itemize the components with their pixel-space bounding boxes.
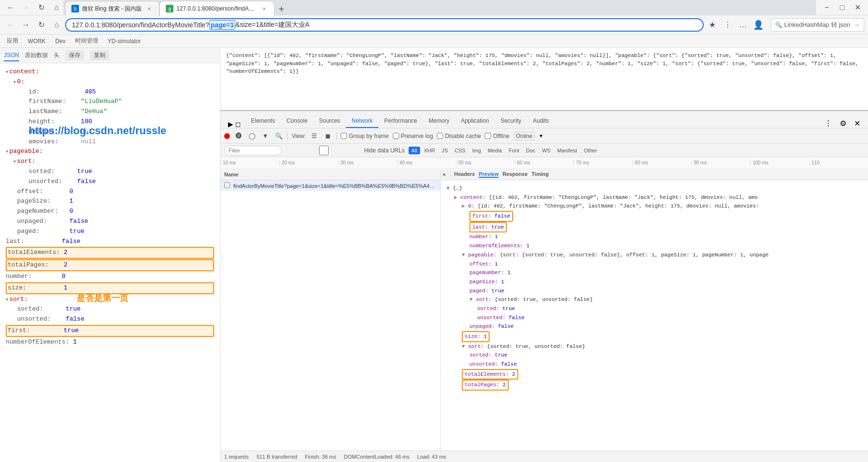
devtools-tab-application[interactable]: Application [455, 115, 495, 128]
bookmark-apps[interactable]: 应用 [4, 36, 21, 46]
nav-home-button[interactable]: ⌂ [50, 18, 63, 32]
devtools-tab-sources[interactable]: Sources [313, 115, 346, 128]
bookmark-dev[interactable]: Dev [52, 37, 68, 46]
json-size: 1 [64, 283, 68, 293]
group-by-frame-checkbox[interactable]: Group by frame [341, 133, 388, 139]
json-copy-btn[interactable]: 复制 [90, 50, 109, 60]
preview-content[interactable]: ▼ {…} ▶ content: [{id: 402, firstName: "… [441, 180, 868, 450]
tab-localhost[interactable]: g 127.0.0.1:8080/person/findAct... × [160, 1, 274, 16]
disable-cache-input[interactable] [437, 133, 443, 139]
detail-tab-preview[interactable]: Preview [479, 171, 499, 178]
json-expand-content[interactable] [6, 69, 8, 76]
filter-doc[interactable]: Doc [523, 147, 538, 154]
network-filter-input[interactable] [224, 146, 282, 155]
devtools-more-icon[interactable]: ⋮ [821, 119, 836, 128]
nav-forward-button[interactable]: → [19, 18, 33, 32]
json-paged: true [69, 227, 84, 237]
address-bar[interactable]: 127.0.0.1:8080/person/findActorByMovieTi… [65, 18, 704, 32]
bookmark-yd[interactable]: YD-simulator [105, 37, 144, 46]
bookmark-button[interactable]: ★ [706, 18, 719, 32]
window-controls: ← → ↻ ⌂ [4, 1, 63, 14]
user-button[interactable]: 👤 [752, 18, 765, 32]
devtools-device-icon[interactable]: ◻ [235, 120, 241, 128]
view-large-icon[interactable]: ◼ [323, 131, 332, 141]
detail-tab-headers[interactable]: Headers [454, 171, 475, 178]
request-checkbox[interactable] [224, 182, 230, 188]
request-name[interactable]: findActorByMovieTitle?page=1&size=1&titl… [220, 182, 440, 189]
reload-button[interactable]: ↻ [34, 1, 48, 14]
online-arrow[interactable]: ▼ [538, 133, 543, 139]
capture-button[interactable]: ◯ [247, 131, 257, 141]
network-search-icon[interactable]: 🔍 [274, 131, 284, 141]
devtools-settings-icon[interactable]: ⚙ [836, 119, 850, 128]
col-close[interactable]: × [441, 172, 450, 177]
devtools-tab-elements[interactable]: Elements [245, 115, 281, 128]
bookmark-time[interactable]: 时间管理 [72, 36, 101, 46]
filter-css[interactable]: CSS [452, 147, 468, 154]
json-expand-pageable[interactable] [6, 148, 8, 156]
json-save-btn[interactable]: 保存 [65, 50, 84, 60]
network-row-1[interactable]: findActorByMovieTitle?page=1&size=1&titl… [220, 180, 440, 191]
devtools-close-icon[interactable]: ✕ [850, 119, 864, 128]
json-expand-0[interactable] [13, 79, 16, 86]
preserve-log-input[interactable] [393, 133, 399, 139]
disable-cache-checkbox[interactable]: Disable cache [437, 133, 481, 139]
tab-bing[interactable]: b 微软 Bing 搜索 - 国内版 × [65, 1, 160, 16]
forward-button[interactable]: → [19, 1, 33, 14]
hide-data-urls-checkbox[interactable]: Hide data URLs [286, 146, 405, 155]
devtools-tab-security[interactable]: Security [495, 115, 527, 128]
extensions-button[interactable]: ⋮ [721, 18, 734, 32]
filter-manifest[interactable]: Manifest [554, 147, 580, 154]
devtools-tab-memory[interactable]: Memory [423, 115, 455, 128]
filter-all[interactable]: All [409, 147, 420, 154]
group-by-frame-input[interactable] [341, 133, 347, 139]
bookmark-work[interactable]: WORK [25, 37, 48, 46]
json-tab-raw[interactable]: 原始数据 [25, 49, 48, 61]
json-totalelements: 2 [64, 248, 68, 258]
record-button[interactable] [224, 133, 230, 139]
detail-tab-timing[interactable]: Timing [532, 171, 549, 178]
preview-last: last: true [469, 222, 507, 233]
filter-font[interactable]: Font [506, 147, 522, 154]
devtools-tab-performance[interactable]: Performance [378, 115, 423, 128]
back-button[interactable]: ← [4, 1, 17, 14]
maximize-button[interactable]: □ [835, 1, 849, 14]
detail-tab-response[interactable]: Response [503, 171, 528, 178]
filter-ws[interactable]: WS [539, 147, 554, 154]
devtools-tab-console[interactable]: Console [281, 115, 313, 128]
offline-input[interactable] [485, 133, 491, 139]
json-content[interactable]: content: 0: id: 405 firstNa [0, 63, 220, 462]
close-button[interactable]: ✕ [851, 1, 864, 14]
preserve-log-checkbox[interactable]: Preserve log [393, 133, 433, 139]
network-filter-icon[interactable]: ▼ [261, 131, 270, 141]
json-tab-json[interactable]: JSON [4, 50, 19, 61]
json-offset: 0 [69, 187, 73, 197]
tab-close-bing[interactable]: × [145, 4, 153, 13]
filter-media[interactable]: Media [485, 147, 505, 154]
clear-button[interactable]: ⓿ [234, 131, 243, 141]
tick-20ms: 20 ms [279, 160, 338, 165]
menu-button[interactable]: … [736, 18, 750, 32]
devtools-inspect-icon[interactable]: ▶ [228, 120, 233, 128]
new-tab-button[interactable]: + [274, 3, 288, 16]
nav-right: ★ ⋮ … 👤 [706, 18, 765, 32]
preview-number-line: number: 1 [469, 232, 862, 242]
filter-xhr[interactable]: XHR [421, 147, 438, 154]
json-tab-headers[interactable]: 头 [54, 49, 59, 61]
online-select[interactable]: Online [514, 132, 535, 140]
offline-checkbox[interactable]: Offline [485, 133, 509, 139]
tab-close-localhost[interactable]: × [260, 4, 268, 13]
filter-img[interactable]: Img [469, 147, 484, 154]
filter-other[interactable]: Other [581, 147, 600, 154]
status-dom: DOMContentLoaded: 46 ms [344, 454, 410, 460]
view-list-icon[interactable]: ☰ [309, 131, 319, 141]
nav-back-button[interactable]: ← [4, 18, 17, 32]
filter-js[interactable]: JS [439, 147, 451, 154]
devtools-tab-network[interactable]: Network [346, 115, 378, 128]
minimize-button[interactable]: − [820, 1, 834, 14]
nav-reload-button[interactable]: ↻ [34, 18, 48, 32]
home-button[interactable]: ⌂ [50, 1, 63, 14]
hide-data-urls-input[interactable] [286, 146, 362, 155]
devtools-tab-audits[interactable]: Audits [527, 115, 554, 128]
tab-bar: b 微软 Bing 搜索 - 国内版 × g 127.0.0.1:8080/pe… [63, 0, 816, 16]
